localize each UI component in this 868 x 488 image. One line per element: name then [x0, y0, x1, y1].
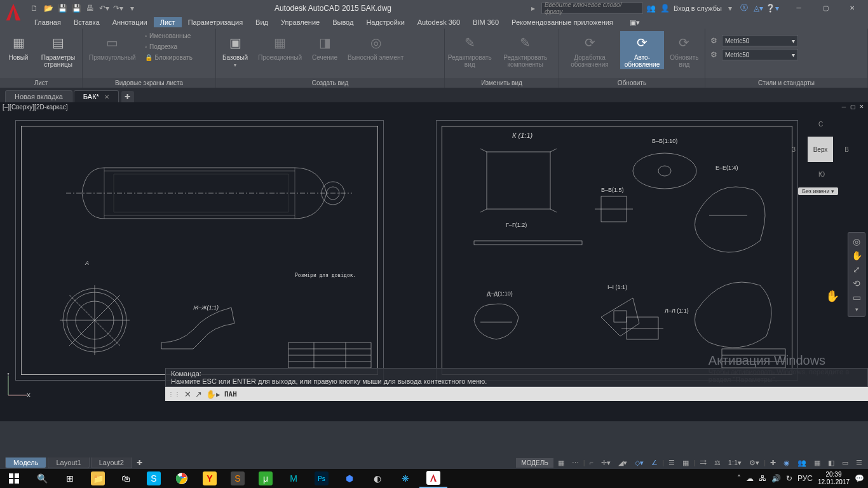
search-icon[interactable]: 👥 [646, 3, 657, 14]
taskview-icon[interactable]: ⊞ [56, 469, 84, 488]
snap-icon[interactable]: ⋯ [569, 457, 582, 468]
osnap-icon[interactable]: ◇▾ [632, 457, 647, 468]
maximize-button[interactable]: ▢ [812, 1, 839, 15]
tab-new[interactable]: Новая вкладка [5, 90, 72, 102]
qat-save-icon[interactable]: 💾 [56, 2, 69, 15]
otrack-icon[interactable]: ∠ [648, 457, 661, 468]
vp-maximize-icon[interactable]: ▢ [849, 103, 857, 111]
grid-icon[interactable]: ▦ [555, 457, 567, 468]
search-input[interactable]: Введите ключевое слово/фразу [541, 3, 643, 14]
start-button[interactable] [0, 469, 28, 488]
qat-open-icon[interactable]: 📂 [42, 2, 55, 15]
app-cube-icon[interactable]: ⬢ [336, 469, 363, 488]
isodraft-icon[interactable]: ◢▾ [615, 457, 630, 468]
nav-wheel-icon[interactable]: ◎ [853, 236, 860, 247]
command-grip-icon[interactable]: ⋮⋮ [168, 391, 180, 398]
help-icon[interactable]: ❔▾ [766, 3, 778, 14]
viewport-label[interactable]: [–][Сверху][2D-каркас] [3, 104, 68, 111]
cleanscreen-icon[interactable]: ▭ [839, 457, 851, 468]
nav-expand-icon[interactable]: ▾ [855, 306, 858, 313]
scale-label[interactable]: 1:1▾ [725, 457, 745, 468]
layout-tab-2[interactable]: Layout2 [91, 458, 132, 468]
command-recent-icon[interactable]: ↗ [195, 390, 202, 399]
tray-lang[interactable]: РУС [797, 474, 813, 483]
photoshop-icon[interactable]: Ps [308, 469, 336, 488]
qat-new-icon[interactable]: 🗋 [28, 2, 41, 15]
tab-bak[interactable]: БАК*✕ [74, 90, 119, 102]
cycling-icon[interactable]: ⮆ [696, 457, 710, 468]
nav-orbit-icon[interactable]: ⟲ [853, 278, 860, 288]
menu-expand-icon[interactable]: ▣▾ [623, 17, 646, 28]
ortho-icon[interactable]: ⌐ [587, 457, 597, 468]
customize-icon[interactable]: ☰ [853, 457, 865, 468]
app-logo[interactable] [1, 0, 25, 24]
annomonitor-icon[interactable]: ◉ [780, 457, 793, 468]
menu-featured[interactable]: Рекомендованные приложения [505, 17, 620, 27]
close-tab-icon[interactable]: ✕ [104, 93, 109, 100]
menu-view[interactable]: Вид [249, 17, 275, 27]
search-taskbar-icon[interactable]: 🔍 [28, 469, 56, 488]
vp-minimize-icon[interactable]: ─ [840, 103, 848, 111]
qat-undo-icon[interactable]: ↶▾ [98, 2, 111, 15]
add-tab-button[interactable]: ✚ [121, 91, 134, 102]
explorer-icon[interactable]: 📁 [84, 469, 112, 488]
style-select-1[interactable]: Metric50▾ [722, 35, 798, 46]
gear-icon[interactable]: ⚙▾ [746, 457, 763, 468]
menu-manage[interactable]: Управление [275, 17, 326, 27]
nav-pan-icon[interactable]: ✋ [851, 250, 862, 261]
tray-volume-icon[interactable]: 🔊 [771, 474, 781, 483]
command-close-icon[interactable]: ✕ [184, 390, 191, 399]
tray-cloud-icon[interactable]: ☁ [746, 474, 754, 483]
tray-sync-icon[interactable]: ↻ [786, 474, 792, 483]
tray-up-icon[interactable]: ˄ [737, 474, 741, 483]
viewcube-ucs-label[interactable]: Без имени ▾ [798, 187, 838, 195]
action-center-icon[interactable]: 💬 [855, 474, 864, 483]
menu-annotate[interactable]: Аннотации [106, 17, 154, 27]
layout-tab-model[interactable]: Модель [5, 458, 46, 468]
base-view-button[interactable]: ▣Базовый▾ [219, 31, 252, 69]
style-select-2[interactable]: Metric50▾ [722, 49, 798, 60]
signin-label[interactable]: Вход в службы [674, 4, 722, 12]
menu-layout[interactable]: Лист [154, 17, 182, 27]
nav-zoom-icon[interactable]: ⤢ [853, 264, 860, 274]
exchange-icon[interactable]: Ⓧ [738, 3, 750, 14]
lineweight-icon[interactable]: ☰ [665, 457, 678, 468]
qat-redo-icon[interactable]: ↷▾ [112, 2, 125, 15]
hardware-icon[interactable]: ▦ [811, 457, 824, 468]
menu-parametric[interactable]: Параметризация [182, 17, 249, 27]
page-setup-button[interactable]: ▤Параметры страницы [37, 31, 79, 69]
menu-addins[interactable]: Надстройки [360, 17, 410, 27]
isolate-icon[interactable]: ◧ [825, 457, 837, 468]
close-button[interactable]: ✕ [839, 1, 865, 15]
menu-insert[interactable]: Вставка [67, 17, 106, 27]
steam-icon[interactable]: ◐ [363, 469, 391, 488]
annoscale-icon[interactable]: ⚖ [711, 457, 724, 468]
auto-update-button[interactable]: ⟳Авто- обновление [620, 31, 664, 69]
maya-icon[interactable]: M [280, 469, 308, 488]
chrome-icon[interactable] [168, 469, 196, 488]
minimize-button[interactable]: ─ [785, 1, 812, 15]
utorrent-icon[interactable]: μ [252, 469, 280, 488]
store-icon[interactable]: 🛍 [112, 469, 140, 488]
skype-icon[interactable]: S [140, 469, 168, 488]
workspace-icon[interactable]: ✚ [767, 457, 779, 468]
autocad-taskbar-icon[interactable] [419, 469, 447, 488]
viewcube[interactable]: Верх С В Ю З Без имени ▾ [792, 121, 849, 178]
viewcube-top-face[interactable]: Верх [808, 137, 833, 162]
qat-plot-icon[interactable]: 🖶 [84, 2, 97, 15]
qat-more-icon[interactable]: ▾ [126, 2, 139, 15]
signin-icon[interactable]: 👤 [660, 3, 671, 14]
tray-network-icon[interactable]: 🖧 [759, 474, 766, 483]
chevron-down-icon[interactable]: ▾ [724, 3, 736, 14]
polar-icon[interactable]: ✛▾ [598, 457, 614, 468]
tray-clock[interactable]: 20:39 12.01.2017 [818, 471, 850, 486]
layout-add-button[interactable]: ✚ [133, 458, 146, 468]
app-blue-icon[interactable]: ❋ [391, 469, 419, 488]
infocenter-icon[interactable]: ▸ [527, 3, 539, 14]
vp-close-icon[interactable]: ✕ [858, 103, 865, 111]
a360-icon[interactable]: ◬▾ [752, 3, 764, 14]
sublime-icon[interactable]: S [224, 469, 252, 488]
yandex-icon[interactable]: Y [196, 469, 224, 488]
new-layout-button[interactable]: ▦Новый [3, 31, 34, 62]
qat-saveas-icon[interactable]: 💾 [70, 2, 83, 15]
